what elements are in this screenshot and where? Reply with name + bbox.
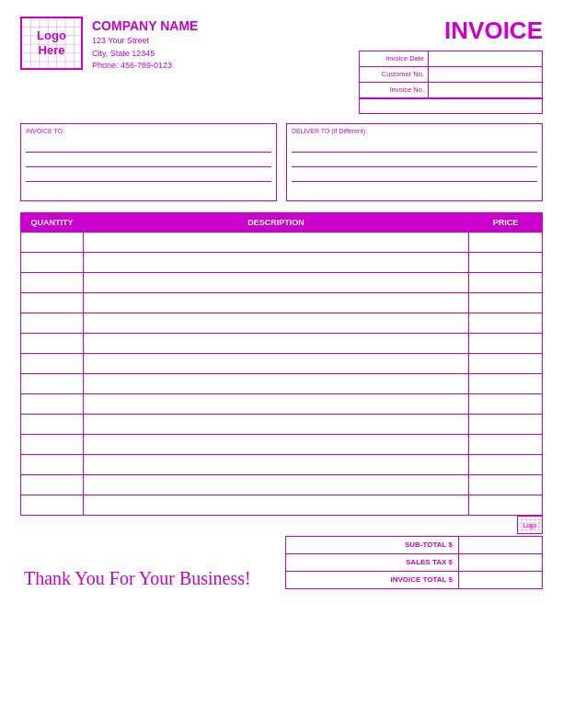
- address-section: INVOICE TO: DELIVER TO (If Different):: [20, 123, 543, 201]
- qty-cell-6[interactable]: [21, 354, 84, 374]
- logo-text: Logo Here: [37, 28, 66, 57]
- invoicetotal-label: INVOICE TOTAL $: [286, 572, 459, 588]
- table-row: [21, 475, 543, 495]
- price-cell-2[interactable]: [469, 273, 543, 293]
- price-cell-9[interactable]: [469, 415, 543, 435]
- invoice-to-line-4[interactable]: [26, 182, 271, 197]
- desc-cell-7[interactable]: [84, 374, 469, 394]
- qty-cell-8[interactable]: [21, 394, 84, 415]
- qty-cell-4[interactable]: [21, 313, 84, 334]
- subtotal-value[interactable]: [459, 537, 542, 553]
- table-row: [21, 495, 543, 516]
- col-header-price: PRICE: [469, 213, 543, 233]
- invoice-title: INVOICE: [359, 17, 543, 45]
- invoice-date-label: Invoice Date: [360, 51, 429, 66]
- deliver-to-lines: [292, 138, 537, 197]
- header-right: INVOICE Invoice Date Customer No. Invoic…: [359, 17, 543, 114]
- deliver-to-line-4[interactable]: [292, 182, 537, 197]
- price-cell-6[interactable]: [469, 354, 543, 374]
- invoice-to-lines: [26, 138, 271, 197]
- desc-cell-8[interactable]: [84, 394, 469, 415]
- price-cell-8[interactable]: [469, 394, 543, 415]
- desc-cell-2[interactable]: [84, 273, 469, 293]
- qty-cell-3[interactable]: [21, 293, 84, 313]
- header: Logo Here COMPANY NAME 123 Your Street C…: [20, 17, 543, 114]
- deliver-to-line-2[interactable]: [292, 153, 537, 167]
- salestax-row: SALES TAX $: [285, 553, 543, 571]
- qty-cell-10[interactable]: [21, 435, 84, 455]
- qty-cell-13[interactable]: [21, 495, 84, 516]
- table-row: [21, 233, 543, 253]
- desc-cell-5[interactable]: [84, 334, 469, 354]
- invoice-table: QUANTITY DESCRIPTION PRICE: [20, 212, 543, 516]
- customer-no-value[interactable]: [429, 67, 542, 82]
- table-row: [21, 273, 543, 293]
- invoice-page: Logo Here COMPANY NAME 123 Your Street C…: [0, 0, 563, 728]
- company-city: City, State 12345: [92, 48, 198, 61]
- desc-cell-13[interactable]: [84, 495, 469, 516]
- price-cell-1[interactable]: [469, 253, 543, 273]
- customer-no-row: Customer No.: [360, 67, 542, 83]
- qty-cell-5[interactable]: [21, 334, 84, 354]
- desc-cell-10[interactable]: [84, 435, 469, 455]
- invoice-no-value[interactable]: [429, 83, 542, 97]
- table-row: [21, 415, 543, 435]
- table-row: [21, 354, 543, 374]
- salestax-label: SALES TAX $: [286, 554, 459, 571]
- desc-cell-0[interactable]: [84, 233, 469, 253]
- invoice-field-empty: [360, 98, 542, 113]
- desc-cell-4[interactable]: [84, 313, 469, 334]
- qty-cell-11[interactable]: [21, 455, 84, 475]
- price-cell-0[interactable]: [469, 233, 543, 253]
- qty-cell-12[interactable]: [21, 475, 84, 495]
- company-phone: Phone: 456-789-0123: [92, 60, 198, 73]
- qty-cell-0[interactable]: [21, 233, 84, 253]
- invoice-date-value[interactable]: [429, 51, 542, 66]
- invoice-to-line-1[interactable]: [26, 138, 271, 153]
- desc-cell-3[interactable]: [84, 293, 469, 313]
- qty-cell-1[interactable]: [21, 253, 84, 273]
- table-row: [21, 313, 543, 334]
- price-cell-3[interactable]: [469, 293, 543, 313]
- price-cell-11[interactable]: [469, 455, 543, 475]
- table-row: [21, 374, 543, 394]
- price-cell-13[interactable]: [469, 495, 543, 516]
- price-cell-7[interactable]: [469, 374, 543, 394]
- deliver-to-label: DELIVER TO (If Different):: [292, 128, 537, 134]
- desc-cell-9[interactable]: [84, 415, 469, 435]
- table-body: [21, 233, 543, 516]
- logo-box: Logo Here: [20, 17, 83, 70]
- logo-line2: Here: [39, 43, 65, 57]
- totals-logo-row: Logo: [285, 516, 543, 534]
- deliver-to-box: DELIVER TO (If Different):: [286, 123, 543, 201]
- deliver-to-line-3[interactable]: [292, 167, 537, 182]
- invoicetotal-row: INVOICE TOTAL $: [285, 571, 543, 589]
- table-row: [21, 253, 543, 273]
- desc-cell-12[interactable]: [84, 475, 469, 495]
- price-cell-4[interactable]: [469, 313, 543, 334]
- desc-cell-6[interactable]: [84, 354, 469, 374]
- invoicetotal-value[interactable]: [459, 572, 542, 588]
- price-cell-10[interactable]: [469, 435, 543, 455]
- price-cell-12[interactable]: [469, 475, 543, 495]
- company-street: 123 Your Street: [92, 35, 198, 48]
- qty-cell-7[interactable]: [21, 374, 84, 394]
- thank-you-text: Thank You For Your Business!: [20, 561, 251, 589]
- qty-cell-2[interactable]: [21, 273, 84, 293]
- desc-cell-1[interactable]: [84, 253, 469, 273]
- price-cell-5[interactable]: [469, 334, 543, 354]
- salestax-value[interactable]: [459, 554, 542, 571]
- subtotal-row: SUB-TOTAL $: [285, 536, 543, 553]
- invoice-to-line-3[interactable]: [26, 167, 271, 182]
- table-row: [21, 435, 543, 455]
- header-left: Logo Here COMPANY NAME 123 Your Street C…: [20, 17, 198, 73]
- qty-cell-9[interactable]: [21, 415, 84, 435]
- invoice-date-row: Invoice Date: [360, 51, 542, 67]
- deliver-to-line-1[interactable]: [292, 138, 537, 153]
- desc-cell-11[interactable]: [84, 455, 469, 475]
- logo-line1: Logo: [37, 28, 66, 42]
- col-header-quantity: QUANTITY: [21, 213, 84, 233]
- table-row: [21, 293, 543, 313]
- invoice-to-line-2[interactable]: [26, 153, 271, 167]
- footer-section: Thank You For Your Business! Logo: [20, 516, 543, 589]
